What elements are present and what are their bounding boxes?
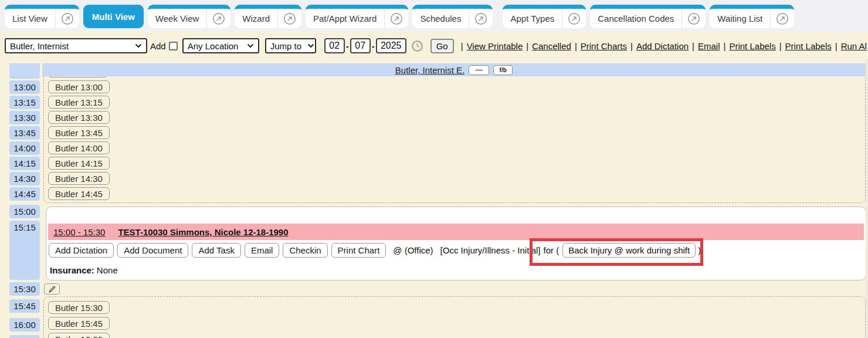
tab-week-view[interactable]: Week View [148,5,230,28]
popout-icon[interactable] [687,12,700,25]
tab-label: Waiting List [710,13,770,23]
popout-icon[interactable] [568,12,581,25]
time-cell: 13:30 [9,111,40,124]
tab-waiting-list[interactable]: Waiting List [710,5,794,28]
date-month-input[interactable]: 02 [324,38,345,53]
popout-icon[interactable] [283,12,296,25]
jump-to-select[interactable]: Jump to [265,38,316,53]
tab-label: Multi View [83,12,144,22]
insurance-value: None [97,265,118,275]
tab-bar: List View Multi View Week View Wizard Pa… [0,0,868,32]
link-separator: | [720,41,730,51]
tab-wizard[interactable]: Wizard [235,5,301,28]
date-separator: - [346,41,349,51]
tab-pat-appt-wizard[interactable]: Pat/Appt Wizard [306,5,408,28]
appointment-for-text: for ( [544,245,560,255]
fb-button[interactable]: f/b [493,65,513,75]
email-button[interactable]: Email [245,243,280,258]
link-separator: | [689,41,698,51]
appointment-card: 15:00 - 15:30 TEST-10030 Simmons, Nicole… [46,207,866,280]
add-document-button[interactable]: Add Document [117,243,188,258]
link-print-labels[interactable]: Print Labels [729,41,775,51]
link-separator: | [457,41,467,51]
popout-icon[interactable] [61,12,74,25]
open-slot-button[interactable]: Butler 14:30 [48,172,110,185]
checkin-button[interactable]: Checkin [283,243,327,258]
link-view-printable[interactable]: View Printable [467,41,523,51]
chevron-down-icon [135,43,142,48]
tab-label: Appt Types [503,13,562,23]
tab-label: Pat/Appt Wizard [306,13,384,23]
appointment-time-link[interactable]: 15:00 - 15:30 [53,227,105,237]
tab-appt-types[interactable]: Appt Types [503,5,586,28]
time-cell: 14:45 [9,187,40,201]
appointment-patient-link[interactable]: TEST-10030 Simmons, Nicole 12-18-1990 [118,227,288,237]
link-add-dictation[interactable]: Add Dictation [636,41,689,51]
date-day-input[interactable]: 07 [350,38,371,53]
print-chart-button[interactable]: Print Chart [331,243,386,258]
provider-select[interactable]: Butler, Internist [5,38,147,53]
open-slot-button[interactable]: Butler 16:00 [48,333,110,338]
open-slot-button[interactable]: Butler 13:00 [48,80,110,93]
time-column-header [9,63,40,76]
appointment-location: @ (Office) [393,245,433,255]
time-cell: 15:15 [9,221,40,280]
tab-divider [277,9,278,28]
add-task-button[interactable]: Add Task [192,243,240,258]
time-cell: 15:30 [9,282,40,296]
tab-divider [206,9,207,28]
popout-icon[interactable] [776,12,789,25]
appointment-type: [Occ Injury/Illness - Initial] [440,245,541,255]
tab-label: Schedules [412,13,469,23]
open-slot-button[interactable]: Butler 15:45 [48,317,110,330]
appointment-reason-button[interactable]: Back Injury @ work during shift [562,243,696,258]
clock-icon[interactable] [411,40,423,52]
tab-schedules[interactable]: Schedules [412,5,493,28]
time-cell: 15:45 [9,299,40,313]
open-slot-button[interactable]: Butler 14:00 [48,141,110,154]
link-separator: | [832,41,841,51]
jump-to-select-value: Jump to [270,41,301,51]
open-slot-button[interactable]: Butler 14:45 [48,187,110,200]
popout-icon[interactable] [474,12,487,25]
go-button[interactable]: Go [430,39,454,53]
tab-divider [681,9,682,28]
link-separator: | [571,41,581,51]
tab-list-view[interactable]: List View [5,5,79,28]
time-cell: 14:15 [9,157,40,170]
pencil-icon [48,285,56,293]
tab-cancellation-codes[interactable]: Cancellation Codes [590,5,706,28]
scheduler-app: List View Multi View Week View Wizard Pa… [0,0,868,338]
edit-slot-button[interactable] [44,283,60,295]
tab-multi-view[interactable]: Multi View [83,5,144,28]
link-email[interactable]: Email [698,41,720,51]
location-select[interactable]: Any Location [182,38,259,53]
tab-label: Week View [148,13,206,23]
chevron-down-icon [307,43,314,48]
open-slot-button[interactable]: Butler 13:30 [48,111,110,124]
open-slot-button[interactable]: Butler 13:45 [48,126,110,139]
tab-label: Cancellation Codes [590,13,681,23]
link-cancelled[interactable]: Cancelled [532,41,571,51]
add-label: Add [150,41,166,51]
toolbar-links: | View Printable | Cancelled | Print Cha… [457,41,867,51]
tab-label: Wizard [235,13,277,23]
tab-label: List View [5,13,55,23]
popout-icon[interactable] [212,12,225,25]
collapse-column-button[interactable]: — [469,65,489,75]
provider-header-link[interactable]: Butler, Internist E. [395,65,464,75]
open-slot-button[interactable]: Butler 14:15 [48,157,110,170]
time-cell-partial-bottom [9,335,40,338]
link-run-all[interactable]: Run Al [841,41,867,51]
appointment-header: 15:00 - 15:30 TEST-10030 Simmons, Nicole… [48,224,864,240]
open-slot-button[interactable]: Butler 15:30 [48,301,110,314]
popout-icon[interactable] [390,12,403,25]
tab-divider [469,9,469,28]
open-slot-button[interactable]: Butler 13:15 [48,96,110,109]
add-checkbox[interactable] [169,42,178,50]
add-dictation-button[interactable]: Add Dictation [49,243,114,258]
link-print-labels-2[interactable]: Print Labels [785,41,832,51]
link-print-charts[interactable]: Print Charts [581,41,627,51]
date-year-input[interactable]: 2025 [376,38,406,53]
open-slot-region-top [43,69,866,203]
